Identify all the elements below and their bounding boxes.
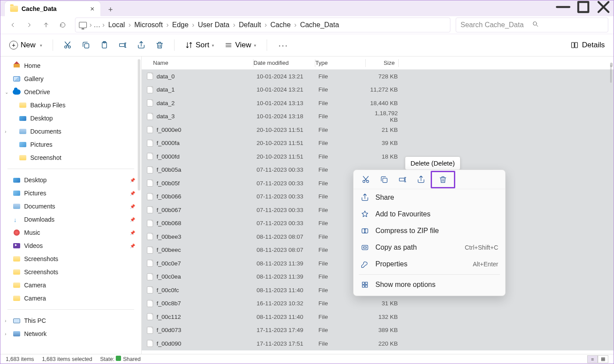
chevron-right-icon[interactable]: ›	[264, 21, 268, 28]
sidebar-item[interactable]: Screenshot	[0, 151, 141, 164]
view-button[interactable]: View ▾	[221, 39, 260, 51]
file-row[interactable]: f_00d073 17-11-2023 17:49 File 389 KB	[142, 324, 614, 337]
scrollbar-thumb[interactable]	[610, 65, 612, 83]
back-button[interactable]	[6, 18, 20, 32]
column-date[interactable]: Date modified	[253, 60, 315, 66]
sidebar-item[interactable]: ›Network	[0, 327, 141, 340]
sidebar-item[interactable]: Pictures	[0, 138, 141, 151]
sidebar-item[interactable]: Desktop📌	[0, 173, 141, 187]
breadcrumb-bar[interactable]: › … › Local›Microsoft›Edge›User Data›Def…	[75, 18, 450, 32]
details-view-button[interactable]: ≡	[587, 355, 598, 363]
refresh-button[interactable]	[56, 18, 70, 32]
up-button[interactable]	[39, 18, 53, 32]
file-row[interactable]: f_00d090 17-11-2023 17:51 File 220 KB	[142, 337, 614, 350]
chevron-right-icon[interactable]: ›	[101, 21, 105, 29]
copy-button[interactable]	[79, 38, 93, 53]
chevron-right-icon[interactable]: ›	[128, 21, 132, 28]
thumbnails-view-button[interactable]: ▦	[598, 355, 608, 363]
close-button[interactable]	[593, 0, 614, 14]
ellipsis-icon[interactable]: …	[93, 21, 100, 29]
status-bar: 1,683 items 1,683 items selected State: …	[0, 354, 614, 364]
sidebar-item[interactable]: Downloads📌	[0, 213, 141, 226]
chevron-right-icon[interactable]: ›	[232, 21, 236, 28]
breadcrumb-item[interactable]: Default	[236, 21, 264, 28]
context-item[interactable]: Share	[353, 189, 505, 206]
file-row[interactable]: data_0 10-01-2024 13:21 File 728 KB	[142, 70, 614, 83]
file-row[interactable]: f_0000fa 20-10-2023 11:51 File 39 KB	[142, 137, 614, 150]
chevron-right-icon[interactable]: ›	[89, 21, 93, 29]
pin-icon: 📌	[130, 244, 135, 248]
video-icon	[13, 242, 21, 249]
context-item[interactable]: Add to Favourites	[353, 206, 505, 223]
expand-icon[interactable]: ›	[5, 129, 6, 134]
column-type[interactable]: Type	[315, 60, 365, 66]
sidebar-item[interactable]: Pictures📌	[0, 187, 141, 200]
context-item[interactable]: Show more options	[353, 276, 505, 293]
chevron-right-icon[interactable]: ›	[293, 21, 297, 28]
search-input[interactable]: Search Cache_Data	[456, 18, 608, 32]
delete-button[interactable]	[152, 38, 167, 53]
column-name[interactable]: Name	[147, 60, 253, 66]
ctx-copy-button[interactable]	[376, 172, 392, 187]
sidebar-item[interactable]: ›Documents	[0, 125, 141, 138]
more-button[interactable]: ···	[274, 40, 293, 50]
breadcrumb-item[interactable]: Microsoft	[132, 21, 165, 28]
sidebar-item[interactable]: ›This PC	[0, 314, 141, 327]
file-row[interactable]: f_0000e0 20-10-2023 11:51 File 21 KB	[142, 123, 614, 137]
sidebar-item[interactable]: Backup Files	[0, 99, 141, 112]
breadcrumb-item[interactable]: User Data	[195, 21, 232, 28]
sidebar-item[interactable]: Gallery	[0, 72, 141, 85]
share-button[interactable]	[134, 38, 149, 53]
file-name: f_00beec	[157, 247, 257, 253]
paste-button[interactable]	[97, 38, 112, 53]
sidebar-item[interactable]: Camera	[0, 292, 141, 305]
pin-icon: 📌	[130, 217, 135, 222]
tab-close-button[interactable]: ✕	[89, 6, 95, 12]
breadcrumb-item[interactable]: Local	[106, 21, 128, 28]
maximize-button[interactable]	[573, 0, 593, 14]
sidebar-item[interactable]: Videos📌	[0, 239, 141, 252]
sidebar-item[interactable]: Home	[0, 59, 141, 72]
breadcrumb-item[interactable]: Cache	[268, 21, 293, 28]
file-row[interactable]: data_3 10-01-2024 13:18 File 1,18,792 KB	[142, 110, 614, 124]
sidebar-item[interactable]: ⌄OneDrive	[0, 85, 141, 99]
file-row[interactable]: f_00c8b7 16-11-2023 10:32 File 31 KB	[142, 297, 614, 311]
expand-icon[interactable]: ›	[5, 332, 6, 336]
sidebar-item[interactable]: Screenshots	[0, 265, 141, 279]
chevron-right-icon[interactable]: ›	[191, 21, 195, 28]
tab[interactable]: Cache_Data ✕	[5, 1, 100, 16]
expand-icon[interactable]: ⌄	[5, 90, 8, 95]
sidebar-item[interactable]: Desktop	[0, 112, 141, 125]
expand-icon[interactable]: ›	[5, 318, 6, 323]
rename-button[interactable]	[115, 38, 130, 53]
ctx-share-button[interactable]	[413, 172, 429, 187]
context-item[interactable]: Copy as path Ctrl+Shift+C	[353, 239, 505, 256]
new-button[interactable]: + New ▾	[6, 39, 46, 51]
ctx-cut-button[interactable]	[358, 172, 374, 187]
ctisp-delete-button[interactable]	[431, 171, 455, 188]
details-toggle[interactable]: Details	[571, 41, 608, 49]
sort-button[interactable]: Sort ▾	[182, 39, 218, 51]
file-row[interactable]: data_1 10-01-2024 13:21 File 11,272 KB	[142, 83, 614, 97]
sidebar-item[interactable]: Screenshots	[0, 252, 141, 265]
file-row[interactable]: data_2 10-01-2024 13:13 File 18,440 KB	[142, 96, 614, 110]
file-row[interactable]: f_00c112 08-11-2023 11:40 File 132 KB	[142, 310, 614, 324]
file-name: f_00c0fc	[157, 287, 257, 293]
breadcrumb-item[interactable]: Edge	[169, 21, 191, 28]
forward-button[interactable]	[22, 18, 36, 32]
column-size[interactable]: Size	[366, 60, 398, 66]
more-icon	[361, 280, 369, 289]
breadcrumb-item[interactable]: Cache_Data	[297, 21, 342, 28]
ctx-rename-button[interactable]	[395, 172, 411, 187]
sidebar-item[interactable]: Documents📌	[0, 200, 141, 213]
minimize-button[interactable]	[553, 0, 573, 14]
file-date: 08-11-2023 11:39	[257, 260, 318, 267]
context-item[interactable]: Properties Alt+Enter	[353, 256, 505, 272]
sidebar-item[interactable]: Camera	[0, 279, 141, 292]
new-tab-button[interactable]: +	[104, 3, 117, 16]
file-size: 728 KB	[369, 73, 401, 80]
sidebar-item[interactable]: Music📌	[0, 226, 141, 239]
cut-button[interactable]	[60, 38, 75, 53]
file-row[interactable]: f_0000fd 20-10-2023 11:51 File 18 KB	[142, 150, 614, 163]
context-item[interactable]: Compress to ZIP file	[353, 223, 505, 239]
